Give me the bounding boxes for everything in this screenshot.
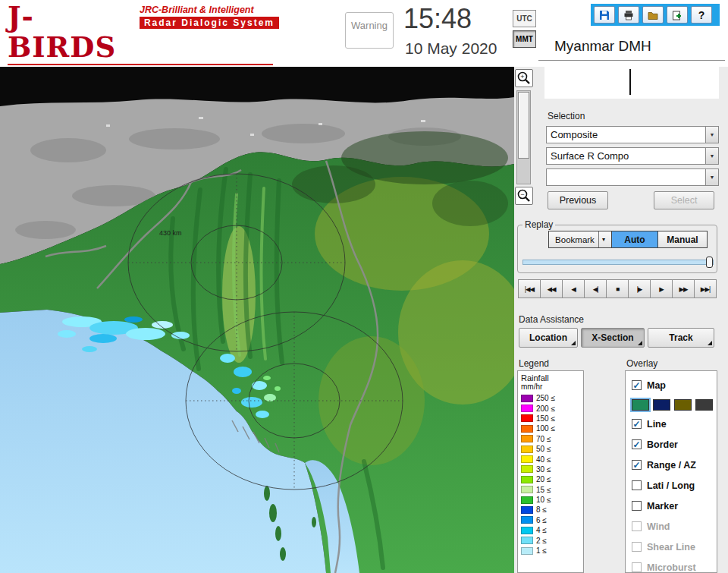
replay-slider-thumb[interactable]: [706, 257, 713, 268]
auto-button[interactable]: Auto: [611, 231, 658, 248]
radar-map[interactable]: 430 km: [0, 67, 514, 573]
playback-button-6[interactable]: |▶: [628, 279, 651, 298]
zoom-in-glyph: +: [520, 73, 524, 80]
chevron-down-icon[interactable]: ▼: [705, 148, 718, 164]
legend-color-swatch: [521, 395, 533, 402]
checkbox[interactable]: ✓: [632, 419, 642, 429]
playback-button-1[interactable]: |◀◀: [518, 279, 541, 298]
legend-color-swatch: [521, 425, 533, 433]
zoom-scrollbar-thumb[interactable]: [518, 92, 529, 159]
checkbox: [632, 562, 642, 572]
map-style-swatch-4[interactable]: [695, 399, 713, 411]
overlay-item-label: Border: [647, 439, 678, 450]
overlay-item-wind[interactable]: Wind: [632, 518, 717, 534]
chevron-down-icon[interactable]: ▼: [705, 169, 718, 185]
overlay-item-shear-line[interactable]: Shear Line: [632, 539, 717, 555]
legend-color-swatch: [521, 537, 533, 544]
overlay-item-label: Map: [647, 380, 666, 391]
data-assistance-x-section[interactable]: X-Section: [581, 328, 645, 348]
previous-button[interactable]: Previous: [548, 191, 608, 209]
legend-entry: 40 ≤: [521, 454, 583, 464]
playback-button-9[interactable]: ▶▶|: [694, 279, 717, 298]
replay-group: Replay Bookmark ▾ Auto Manual: [517, 225, 717, 273]
map-style-swatch-1[interactable]: [632, 399, 649, 411]
resize-grip-icon: [571, 341, 576, 345]
overlay-item-microburst[interactable]: Microburst: [632, 559, 717, 573]
legend-value: 20 ≤: [536, 475, 551, 483]
playback-button-3[interactable]: ◀: [562, 279, 585, 298]
select-button[interactable]: Select: [654, 191, 714, 209]
legend-entry: 200 ≤: [521, 403, 583, 413]
warning-button[interactable]: Warning: [345, 12, 394, 49]
bookmark-button[interactable]: Bookmark ▾: [548, 231, 612, 248]
overlay-item-border[interactable]: ✓Border: [632, 436, 717, 452]
legend-color-swatch: [521, 414, 533, 422]
print-icon: [623, 9, 635, 21]
product-dropdown[interactable]: Surface R Compo ▼: [546, 147, 719, 165]
logo-divider: [8, 64, 273, 65]
zoom-scrollbar[interactable]: [516, 90, 531, 184]
playback-button-2[interactable]: ◀◀: [540, 279, 563, 298]
dropdown-value: Composite: [547, 127, 705, 143]
legend-value: 10 ≤: [536, 496, 551, 504]
replay-slider[interactable]: [522, 256, 714, 268]
command-input[interactable]: [544, 67, 719, 99]
playback-button-8[interactable]: ▶▶: [672, 279, 695, 298]
map-style-swatch-2[interactable]: [653, 399, 670, 411]
station-divider: [538, 60, 725, 61]
export-button[interactable]: [667, 6, 688, 24]
legend-value: 100 ≤: [536, 424, 555, 433]
playback-button-5[interactable]: ■: [606, 279, 629, 298]
legend-entry: 50 ≤: [521, 444, 583, 454]
overlay-item-line[interactable]: ✓Line: [632, 416, 717, 432]
map-style-swatch-3[interactable]: [674, 399, 692, 411]
legend-label: Legend: [519, 358, 549, 369]
help-button[interactable]: ?: [691, 6, 712, 24]
composite-dropdown[interactable]: Composite ▼: [546, 126, 719, 143]
replay-label: Replay: [522, 219, 555, 230]
playback-button-7[interactable]: ▶: [650, 279, 673, 298]
legend-entry: 2 ≤: [521, 535, 583, 545]
zoom-out-button[interactable]: −: [515, 187, 533, 205]
magnifier-plus-icon: +: [516, 71, 532, 86]
legend-value: 15 ≤: [536, 486, 551, 494]
overlay-item-label: Wind: [647, 521, 670, 532]
chevron-down-icon[interactable]: ▼: [705, 127, 718, 143]
checkbox[interactable]: ✓: [632, 380, 642, 390]
overlay-item-range-az[interactable]: ✓Range / AZ: [632, 457, 717, 473]
export-plus-icon: [671, 9, 683, 21]
checkbox[interactable]: ✓: [632, 439, 642, 449]
checkbox[interactable]: [632, 480, 642, 490]
print-button[interactable]: [618, 6, 639, 24]
data-assistance-track[interactable]: Track: [648, 328, 714, 348]
legend-value: 200 ≤: [536, 405, 555, 413]
legend-color-swatch: [521, 506, 533, 514]
legend-entry: 15 ≤: [521, 485, 583, 495]
toolbar: ?: [591, 4, 720, 26]
overlay-item-marker[interactable]: Marker: [632, 498, 717, 514]
warning-label: Warning: [351, 20, 388, 31]
data-assistance-location[interactable]: Location: [519, 328, 578, 348]
overlay-item-label: Lati / Long: [647, 480, 695, 491]
zoom-in-button[interactable]: +: [515, 69, 533, 87]
timezone-mmt-button[interactable]: MMT: [513, 30, 536, 48]
checkbox[interactable]: ✓: [632, 460, 642, 470]
option-dropdown[interactable]: ▼: [546, 168, 719, 186]
overlay-label: Overlay: [626, 358, 657, 369]
open-folder-button[interactable]: [642, 6, 664, 24]
playback-button-4[interactable]: ◀|: [584, 279, 607, 298]
overlay-item-lati-long[interactable]: Lati / Long: [632, 477, 717, 493]
save-button[interactable]: [594, 6, 615, 24]
timezone-utc-button[interactable]: UTC: [513, 10, 536, 27]
magnifier-minus-icon: −: [516, 188, 532, 203]
zoom-out-glyph: −: [520, 190, 524, 198]
overlay-items: ✓Map✓Line✓Border✓Range / AZLati / LongMa…: [632, 377, 717, 573]
overlay-item-label: Shear Line: [647, 542, 695, 553]
legend-value: 250 ≤: [536, 394, 555, 402]
checkbox[interactable]: [632, 501, 642, 511]
manual-button[interactable]: Manual: [657, 231, 708, 248]
overlay-item-map[interactable]: ✓Map: [632, 377, 717, 393]
data-assistance-buttons: LocationX-SectionTrack: [519, 328, 714, 348]
legend-entry: 70 ≤: [521, 434, 583, 444]
legend-title: Rainfall: [521, 373, 583, 383]
